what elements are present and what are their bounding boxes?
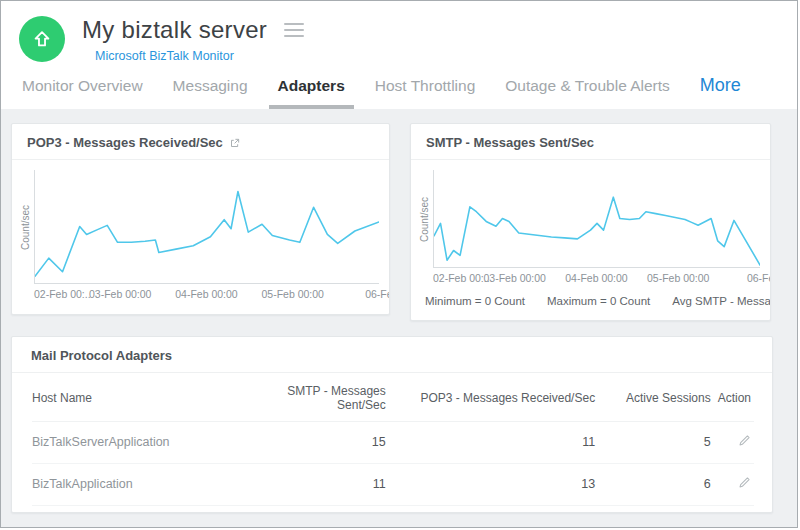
monitor-header: My biztalk server Microsoft BizTalk Moni…: [19, 16, 797, 64]
tab-messaging[interactable]: Messaging: [173, 77, 248, 109]
pop3-cell: 11: [386, 422, 595, 464]
col-smtp-sent: SMTP - Messages Sent/Sec: [256, 373, 386, 422]
table-title: Mail Protocol Adapters: [31, 348, 172, 363]
smtp-plot: Count/sec: [411, 160, 770, 268]
pop3-chart-card: POP3 - Messages Received/Sec Count/sec: [11, 123, 390, 315]
smtp-cell: 11: [256, 464, 386, 506]
col-host-name: Host Name: [32, 373, 256, 422]
tab-bar: Monitor Overview Messaging Adapters Host…: [22, 75, 797, 109]
col-action: Action: [711, 373, 754, 422]
x-tick: 02-Feb 00:..: [433, 272, 490, 284]
smtp-chart-title: SMTP - Messages Sent/Sec: [426, 135, 594, 150]
header: My biztalk server Microsoft BizTalk Moni…: [1, 1, 797, 109]
smtp-y-axis-label: Count/sec: [419, 170, 433, 268]
dashboard-content: POP3 - Messages Received/Sec Count/sec: [1, 109, 797, 513]
x-tick: 05-Feb 00:00: [261, 288, 323, 300]
smtp-chart-card: SMTP - Messages Sent/Sec Count/sec 02-Fe…: [410, 123, 771, 321]
tab-monitor-overview[interactable]: Monitor Overview: [22, 77, 143, 109]
tab-more[interactable]: More: [700, 75, 741, 106]
adapters-table: Host Name SMTP - Messages Sent/Sec POP3 …: [32, 373, 754, 506]
x-tick: 06-Feb 0: [365, 288, 390, 300]
stat-average: Avg SMTP - Messages Sent/Sec = 0 Count: [672, 295, 771, 307]
table-row: BizTalkServerApplication 15 11 5: [32, 422, 754, 464]
stat-maximum: Maximum = 0 Count: [547, 295, 650, 307]
smtp-plot-area: [433, 170, 760, 268]
stat-minimum: Minimum = 0 Count: [425, 295, 525, 307]
x-tick: 04-Feb 00:00: [175, 288, 237, 300]
x-tick: 02-Feb 00:..: [34, 288, 91, 300]
smtp-x-axis-ticks: 02-Feb 00:.. 03-Feb 00:00 04-Feb 00:00 0…: [433, 272, 760, 286]
hamburger-menu-icon[interactable]: [282, 21, 306, 40]
host-name-cell: BizTalkApplication: [32, 464, 256, 506]
pencil-icon[interactable]: [738, 434, 751, 447]
sessions-cell: 6: [595, 464, 711, 506]
x-tick: 06-Feb 0: [747, 272, 771, 284]
up-arrow-icon: [31, 28, 53, 50]
charts-row: POP3 - Messages Received/Sec Count/sec: [11, 123, 771, 321]
app-window: My biztalk server Microsoft BizTalk Moni…: [0, 0, 798, 528]
smtp-summary-stats: Minimum = 0 Count Maximum = 0 Count Avg …: [425, 295, 758, 307]
x-tick: 04-Feb 00:00: [565, 272, 627, 284]
pop3-plot: Count/sec: [12, 160, 389, 284]
x-tick: 03-Feb 00:00: [89, 288, 151, 300]
tab-adapters[interactable]: Adapters: [278, 77, 345, 109]
sessions-cell: 5: [595, 422, 711, 464]
col-active-sessions: Active Sessions: [595, 373, 711, 422]
tab-outage-trouble-alerts[interactable]: Outage & Trouble Alerts: [505, 77, 670, 109]
pop3-cell: 13: [386, 464, 595, 506]
page-title: My biztalk server: [82, 16, 267, 44]
col-pop3-received: POP3 - Messages Received/Sec: [386, 373, 595, 422]
mail-protocol-adapters-card: Mail Protocol Adapters Host Name SMTP - …: [11, 336, 773, 513]
monitor-titles: My biztalk server Microsoft BizTalk Moni…: [82, 16, 306, 64]
x-tick: 03-Feb 00:00: [483, 272, 545, 284]
pencil-icon[interactable]: [738, 476, 751, 489]
monitor-type-link[interactable]: Microsoft BizTalk Monitor: [95, 49, 234, 63]
tab-host-throttling[interactable]: Host Throttling: [375, 77, 476, 109]
host-name-cell: BizTalkServerApplication: [32, 422, 256, 464]
smtp-cell: 15: [256, 422, 386, 464]
pop3-line-chart: [35, 170, 379, 283]
external-link-icon[interactable]: [230, 138, 240, 148]
pop3-x-axis-ticks: 02-Feb 00:.. 03-Feb 00:00 04-Feb 00:00 0…: [34, 288, 379, 302]
pop3-plot-area: [34, 170, 379, 284]
pop3-y-axis-label: Count/sec: [20, 170, 34, 284]
status-up-badge: [19, 16, 65, 62]
smtp-line-chart: [434, 170, 760, 267]
pop3-chart-title: POP3 - Messages Received/Sec: [27, 135, 223, 150]
table-header-row: Host Name SMTP - Messages Sent/Sec POP3 …: [32, 373, 754, 422]
table-row: BizTalkApplication 11 13 6: [32, 464, 754, 506]
x-tick: 05-Feb 00:00: [647, 272, 709, 284]
